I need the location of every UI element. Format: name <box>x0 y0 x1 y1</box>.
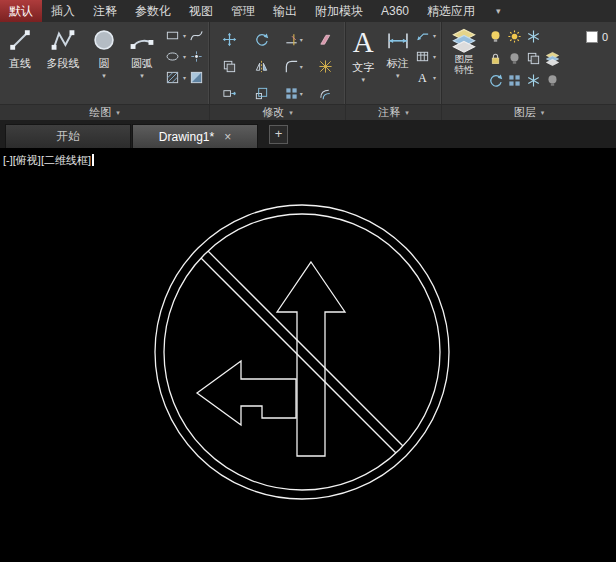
gradient-icon[interactable] <box>189 70 204 85</box>
chevron-down-icon[interactable]: ▾ <box>300 36 303 43</box>
stretch-icon[interactable] <box>222 86 237 101</box>
layer-tools-grid: 0 <box>486 22 614 104</box>
menu-tab-annotate[interactable]: 注释 <box>84 0 126 22</box>
line-button[interactable]: 直线 <box>0 22 40 104</box>
layer-isolate-icon[interactable] <box>507 51 522 66</box>
rotate-icon[interactable] <box>254 32 269 47</box>
hatch-icon[interactable] <box>165 70 180 85</box>
viewport-controls-label[interactable]: [-][俯视][二维线框] <box>3 154 91 166</box>
leader-icon[interactable] <box>415 28 430 43</box>
chevron-down-icon[interactable]: ▾ <box>541 109 545 117</box>
sign-outer-circle[interactable] <box>155 205 449 499</box>
layer-properties-button[interactable]: 图层 特性 <box>442 22 486 104</box>
new-tab-button[interactable]: + <box>269 125 288 144</box>
explode-icon[interactable] <box>318 59 333 74</box>
chevron-down-icon[interactable]: ▾ <box>433 32 436 39</box>
table-icon[interactable] <box>415 49 430 64</box>
chevron-down-icon[interactable]: ▾ <box>433 53 436 60</box>
array-icon[interactable] <box>284 86 299 101</box>
menu-tab-insert[interactable]: 插入 <box>42 0 84 22</box>
file-tab-drawing1[interactable]: Drawing1* × <box>132 124 258 148</box>
layer-properties-label-1: 图层 <box>455 53 474 64</box>
chevron-down-icon[interactable]: ▾ <box>433 74 436 81</box>
trim-icon[interactable] <box>284 32 299 47</box>
chevron-down-icon[interactable]: ▾ <box>300 90 303 97</box>
current-layer-name[interactable]: 0 <box>602 31 608 43</box>
point-icon[interactable] <box>189 49 204 64</box>
offset-icon[interactable] <box>318 86 333 101</box>
layer-merge-icon[interactable] <box>507 73 522 88</box>
text-cursor <box>92 154 94 166</box>
match-layer-icon[interactable] <box>526 51 541 66</box>
polyline-button[interactable]: 多段线 <box>40 22 86 104</box>
file-tab-bar: 开始 Drawing1* × + <box>0 120 616 148</box>
copy-icon[interactable] <box>222 59 237 74</box>
chevron-down-icon[interactable]: ▾ <box>396 72 400 80</box>
line-button-label: 直线 <box>9 56 31 71</box>
annotation-panel-title[interactable]: 注释 ▾ <box>346 105 442 120</box>
drawing-canvas[interactable]: [-][俯视][二维线框] <box>0 148 616 562</box>
straight-arrow-outline[interactable] <box>277 262 345 456</box>
chevron-down-icon[interactable]: ▾ <box>289 109 293 117</box>
chevron-down-icon[interactable]: ▾ <box>183 53 186 60</box>
draw-panel-title-text: 绘图 <box>89 105 111 120</box>
layer-previous-icon[interactable] <box>488 73 503 88</box>
chevron-down-icon[interactable]: ▾ <box>116 109 120 117</box>
chevron-down-icon[interactable]: ▾ <box>488 0 509 22</box>
arc-button[interactable]: 圆弧 ▾ <box>122 22 162 104</box>
menu-tab-default[interactable]: 默认 <box>0 0 42 22</box>
chevron-down-icon[interactable]: ▾ <box>361 76 365 84</box>
ribbon-tab-bar: 默认 插入 注释 参数化 视图 管理 输出 附加模块 A360 精选应用 ▾ <box>0 0 616 23</box>
layer-color-swatch[interactable] <box>586 31 598 43</box>
mirror-icon[interactable] <box>254 59 269 74</box>
sign-slash-line-2[interactable] <box>201 258 396 453</box>
move-icon[interactable] <box>222 32 237 47</box>
menu-tab-parametric[interactable]: 参数化 <box>126 0 180 22</box>
fillet-icon[interactable] <box>284 59 299 74</box>
modify-tools-grid: ▾ ▾ ▾ <box>210 22 345 104</box>
text-button[interactable]: A 文字 ▾ <box>346 22 380 104</box>
chevron-down-icon[interactable]: ▾ <box>183 74 186 81</box>
menu-tab-output[interactable]: 输出 <box>264 0 306 22</box>
viewport-controls[interactable]: [-][俯视][二维线框] <box>3 153 94 168</box>
sign-slash-line-1[interactable] <box>208 251 403 446</box>
menu-tab-manage[interactable]: 管理 <box>222 0 264 22</box>
chevron-down-icon[interactable]: ▾ <box>102 72 106 80</box>
chevron-down-icon[interactable]: ▾ <box>183 32 186 39</box>
left-turn-arrow-outline[interactable] <box>197 361 296 425</box>
chevron-down-icon[interactable]: ▾ <box>300 63 303 70</box>
text-style-icon[interactable] <box>415 70 430 85</box>
layer-freeze-icon[interactable] <box>526 29 541 44</box>
rectangle-icon[interactable] <box>165 28 180 43</box>
scale-icon[interactable] <box>254 86 269 101</box>
circle-button[interactable]: 圆 ▾ <box>86 22 122 104</box>
sign-inner-circle[interactable] <box>164 214 440 490</box>
modify-panel-title-text: 修改 <box>262 105 284 120</box>
dimension-button[interactable]: 标注 ▾ <box>380 22 414 104</box>
layers-panel-title[interactable]: 图层 ▾ <box>442 105 616 120</box>
layer-lock-icon[interactable] <box>488 51 503 66</box>
chevron-down-icon[interactable]: ▾ <box>405 109 409 117</box>
layer-thaw-icon[interactable] <box>507 29 522 44</box>
file-tab-start[interactable]: 开始 <box>5 124 131 148</box>
layer-walk-icon[interactable] <box>545 51 560 66</box>
chevron-down-icon[interactable]: ▾ <box>140 72 144 80</box>
menu-tab-a360[interactable]: A360 <box>372 0 418 22</box>
layer-on-icon[interactable] <box>488 29 503 44</box>
traffic-sign-drawing[interactable] <box>0 148 616 562</box>
freeze-all-icon[interactable] <box>526 73 541 88</box>
menu-tab-addins[interactable]: 附加模块 <box>306 0 372 22</box>
menu-tab-view[interactable]: 视图 <box>180 0 222 22</box>
close-icon[interactable]: × <box>224 131 231 143</box>
ellipse-icon[interactable] <box>165 49 180 64</box>
modify-panel-title[interactable]: 修改 ▾ <box>210 105 346 120</box>
draw-panel-title[interactable]: 绘图 ▾ <box>0 105 210 120</box>
draw-mini-tools: ▾ ▾ ▾ <box>165 22 209 104</box>
spline-icon[interactable] <box>189 28 204 43</box>
file-tab-drawing1-label: Drawing1* <box>159 130 214 144</box>
menu-tab-featured-apps[interactable]: 精选应用 <box>418 0 484 22</box>
modify-panel: ▾ ▾ ▾ <box>210 22 346 104</box>
erase-icon[interactable] <box>318 32 333 47</box>
arc-button-label: 圆弧 <box>131 56 153 71</box>
layer-off-icon[interactable] <box>545 73 560 88</box>
